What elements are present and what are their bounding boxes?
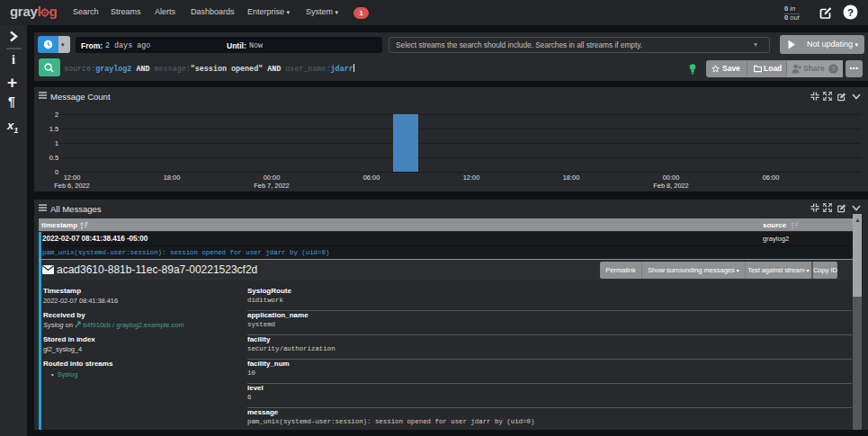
svg-text:?: ? bbox=[831, 65, 836, 73]
svg-text:?: ? bbox=[847, 7, 854, 18]
